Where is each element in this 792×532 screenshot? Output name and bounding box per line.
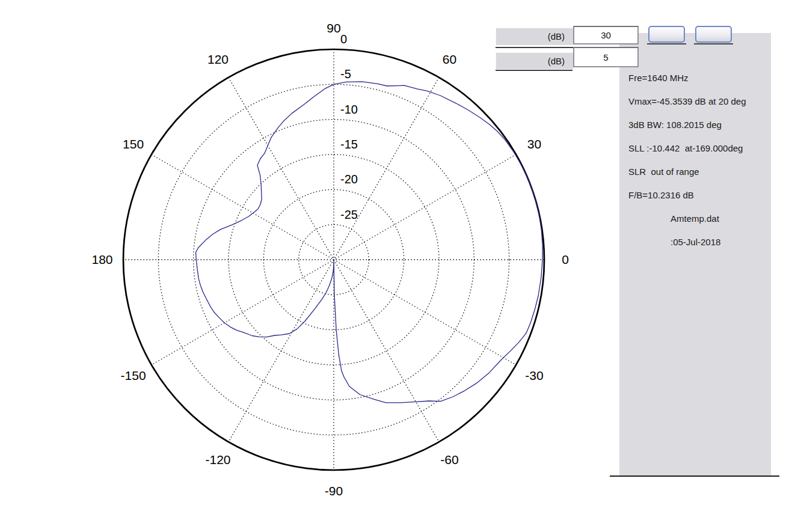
angle-label: 30 <box>527 137 541 151</box>
scale-db-label: (dB) <box>496 28 573 45</box>
button-2-underline <box>694 43 733 44</box>
panel-line-slr: SLR out of range <box>628 167 767 177</box>
angle-label: -90 <box>325 484 343 498</box>
scale-db-input[interactable] <box>573 26 639 44</box>
matlab-figure-window: 0306090120150180-150-120-90-60-300-5-10-… <box>0 0 792 532</box>
panel-line-sll: SLL :-10.442 at-169.000deg <box>628 143 767 153</box>
panel-bottom-border <box>610 475 779 477</box>
action-button-2[interactable] <box>695 26 732 43</box>
radial-label: 0 <box>340 32 347 46</box>
step-db-label: (dB) <box>496 52 573 69</box>
angle-label: 120 <box>207 52 229 66</box>
panel-line-frequency: Fre=1640 MHz <box>628 73 767 83</box>
step-row-underline <box>496 70 573 71</box>
angle-label: 180 <box>91 252 112 266</box>
radial-label: -10 <box>340 103 358 116</box>
step-db-input[interactable] <box>573 47 639 67</box>
angle-label: 0 <box>562 252 569 266</box>
button-1-underline <box>647 43 686 44</box>
angle-label: -120 <box>205 453 230 466</box>
angle-label: 150 <box>123 137 144 151</box>
angle-label: 60 <box>443 52 456 66</box>
angle-label: -60 <box>440 453 458 466</box>
results-panel: Fre=1640 MHz Vmax=-45.3539 dB at 20 deg … <box>619 33 771 476</box>
angle-label: 90 <box>327 21 340 35</box>
panel-line-date: :05-Jul-2018 <box>671 237 792 247</box>
angle-label: -30 <box>525 368 543 382</box>
panel-line-vmax: Vmax=-45.3539 dB at 20 deg <box>628 96 767 106</box>
radiation-pattern-curve <box>196 82 543 403</box>
panel-line-3db-bw: 3dB BW: 108.2015 deg <box>628 120 767 130</box>
action-button-1[interactable] <box>648 26 685 43</box>
radial-label: -20 <box>340 173 358 186</box>
panel-line-filename: Amtemp.dat <box>671 213 792 224</box>
radial-label: -25 <box>340 208 358 221</box>
radial-label: -5 <box>340 67 351 81</box>
panel-line-fb-ratio: F/B=10.2316 dB <box>628 190 767 200</box>
radial-label: -15 <box>340 138 358 151</box>
angle-label: -150 <box>121 368 146 382</box>
